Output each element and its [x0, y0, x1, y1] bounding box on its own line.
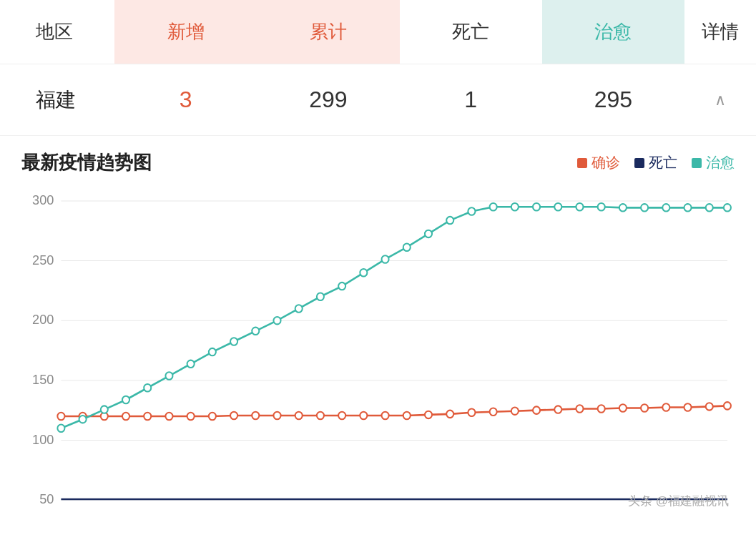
header-death: 死亡 — [400, 0, 542, 64]
svg-point-53 — [252, 328, 259, 335]
svg-point-28 — [403, 412, 411, 419]
svg-text:300: 300 — [32, 192, 54, 207]
svg-point-66 — [533, 203, 540, 210]
cell-region: 福建 — [0, 87, 114, 114]
watermark: 头条 @福建融视讯 — [628, 493, 729, 509]
svg-point-64 — [490, 203, 497, 210]
svg-text:150: 150 — [32, 372, 54, 387]
header-detail: 详情 — [684, 0, 756, 64]
svg-point-33 — [511, 407, 519, 414]
legend-recover: 治愈 — [692, 153, 735, 172]
chart-header: 最新疫情趋势图 确诊 死亡 治愈 — [21, 150, 735, 175]
svg-point-34 — [533, 406, 540, 413]
table-row[interactable]: 福建 3 299 1 295 ∧ — [0, 64, 756, 136]
cell-death: 1 — [400, 87, 542, 113]
svg-point-68 — [576, 203, 583, 210]
svg-point-52 — [230, 338, 237, 345]
svg-point-39 — [641, 404, 648, 411]
svg-point-60 — [403, 244, 411, 251]
recover-dot-icon — [692, 158, 702, 168]
svg-point-61 — [425, 230, 432, 237]
svg-point-59 — [382, 255, 389, 262]
svg-point-43 — [724, 402, 731, 409]
svg-point-56 — [317, 293, 324, 300]
svg-point-57 — [338, 283, 345, 290]
svg-point-58 — [360, 269, 367, 276]
chart-svg: 300 250 200 150 100 50 — [21, 186, 735, 515]
legend-confirmed: 确诊 — [577, 153, 620, 172]
svg-point-46 — [101, 406, 108, 413]
cell-total: 299 — [257, 87, 399, 113]
death-dot-icon — [634, 158, 644, 168]
svg-point-24 — [317, 412, 324, 419]
svg-point-12 — [57, 413, 64, 420]
svg-point-74 — [706, 204, 713, 211]
svg-point-62 — [446, 217, 453, 224]
header-region: 地区 — [0, 0, 114, 64]
svg-point-17 — [165, 413, 172, 420]
svg-point-44 — [57, 425, 64, 432]
svg-point-69 — [598, 203, 605, 210]
svg-point-72 — [662, 204, 669, 211]
svg-text:250: 250 — [32, 252, 54, 267]
table-header: 地区 新增 累计 死亡 治愈 详情 — [0, 0, 756, 64]
svg-text:200: 200 — [32, 312, 54, 327]
cell-recover: 295 — [542, 87, 684, 113]
svg-point-38 — [619, 404, 627, 411]
svg-point-37 — [598, 405, 605, 412]
svg-point-25 — [338, 412, 345, 419]
chart-section: 最新疫情趋势图 确诊 死亡 治愈 — [0, 136, 756, 522]
svg-point-67 — [554, 203, 561, 210]
main-container: 地区 新增 累计 死亡 治愈 详情 福建 3 299 1 2 — [0, 0, 756, 522]
svg-point-63 — [468, 207, 475, 215]
svg-point-20 — [230, 412, 237, 419]
svg-point-48 — [144, 384, 151, 391]
expand-arrow-icon[interactable]: ∧ — [684, 91, 756, 109]
cell-new: 3 — [114, 87, 257, 113]
svg-point-15 — [122, 413, 129, 420]
svg-point-49 — [165, 372, 172, 379]
confirmed-dot-icon — [577, 158, 587, 168]
svg-point-65 — [511, 203, 519, 210]
svg-point-32 — [490, 408, 497, 416]
svg-point-55 — [295, 305, 303, 312]
header-total: 累计 — [257, 0, 399, 64]
chart-legend: 确诊 死亡 治愈 — [577, 153, 735, 172]
svg-point-26 — [360, 412, 367, 419]
svg-point-54 — [273, 317, 280, 324]
svg-point-27 — [382, 412, 389, 419]
svg-point-50 — [187, 360, 195, 368]
svg-point-16 — [144, 413, 151, 420]
chart-title: 最新疫情趋势图 — [21, 150, 152, 175]
svg-point-22 — [273, 412, 280, 419]
svg-point-51 — [209, 348, 216, 355]
svg-point-73 — [684, 204, 692, 211]
svg-point-41 — [684, 403, 692, 411]
header-new: 新增 — [114, 0, 257, 64]
svg-point-18 — [187, 413, 195, 420]
chart-canvas: 300 250 200 150 100 50 — [21, 186, 735, 515]
svg-point-45 — [79, 416, 87, 423]
svg-point-29 — [425, 411, 432, 418]
svg-text:100: 100 — [32, 431, 54, 446]
svg-text:50: 50 — [39, 491, 54, 506]
header-recover: 治愈 — [542, 0, 684, 64]
svg-point-36 — [576, 405, 583, 412]
svg-point-75 — [724, 204, 731, 211]
svg-point-31 — [468, 409, 475, 416]
svg-point-47 — [122, 396, 129, 403]
svg-point-19 — [209, 413, 216, 420]
svg-point-71 — [641, 204, 648, 211]
svg-point-35 — [554, 406, 561, 413]
svg-point-40 — [662, 403, 669, 411]
svg-point-42 — [706, 403, 713, 410]
svg-point-23 — [295, 412, 303, 419]
svg-point-30 — [446, 411, 453, 418]
svg-point-21 — [252, 412, 259, 419]
legend-death: 死亡 — [634, 153, 677, 172]
svg-point-70 — [619, 204, 627, 211]
